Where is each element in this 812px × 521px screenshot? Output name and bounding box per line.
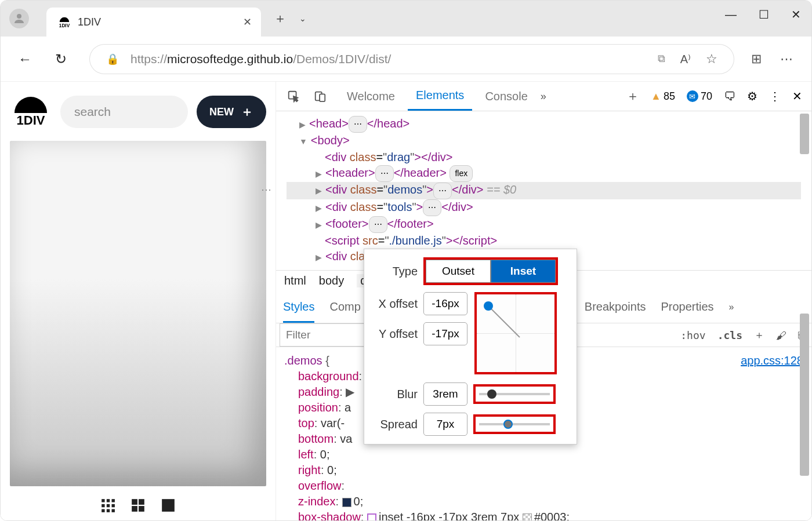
svg-line-19 — [491, 308, 520, 337]
cls-toggle[interactable]: .cls — [717, 329, 742, 341]
search-input[interactable]: search — [60, 96, 188, 128]
box-shadow-editor: Type Outset Inset X offset Y offset Blur… — [364, 249, 577, 445]
tab-favicon: 1DIV — [58, 16, 71, 28]
grid-small-icon[interactable] — [100, 498, 115, 513]
tab-console[interactable]: Console — [477, 83, 535, 110]
menu-icon[interactable]: ⋯ — [780, 52, 794, 67]
scrollbar[interactable] — [800, 314, 809, 476]
svg-rect-15 — [162, 499, 175, 512]
warnings-badge[interactable]: ▲85 — [651, 90, 675, 103]
read-aloud-icon[interactable]: A⁾ — [680, 52, 691, 66]
blur-input[interactable] — [423, 382, 467, 406]
spread-label: Spread — [374, 418, 418, 431]
svg-rect-4 — [112, 499, 115, 502]
svg-rect-12 — [139, 499, 144, 505]
breadcrumb-item[interactable]: body — [319, 274, 344, 287]
add-rule-icon[interactable]: ＋ — [754, 328, 764, 342]
close-devtools-icon[interactable]: ✕ — [792, 89, 802, 103]
svg-rect-11 — [132, 499, 137, 505]
svg-rect-10 — [112, 509, 115, 512]
more-tabs-icon[interactable]: » — [541, 90, 546, 103]
close-icon[interactable]: ✕ — [243, 16, 252, 28]
svg-rect-3 — [107, 499, 110, 502]
svg-rect-8 — [102, 509, 104, 512]
browser-tab[interactable]: 1DIV 1DIV ✕ — [46, 8, 261, 37]
svg-rect-5 — [102, 504, 104, 507]
browser-toolbar: ← ↻ 🔒 https://microsoftedge.github.io/De… — [1, 37, 811, 82]
profile-avatar[interactable] — [9, 9, 29, 28]
svg-rect-7 — [112, 504, 115, 507]
svg-rect-18 — [320, 94, 325, 101]
tab-welcome[interactable]: Welcome — [339, 83, 403, 110]
y-offset-label: Y offset — [374, 327, 418, 341]
back-icon[interactable]: ← — [18, 51, 32, 67]
tab-dropdown-icon[interactable]: ⌄ — [299, 14, 306, 23]
devtools-tabbar: Welcome Elements Console » ＋ ▲85 ✉70 🗨 ⚙… — [276, 82, 811, 111]
svg-rect-13 — [132, 506, 137, 512]
feedback-icon[interactable]: 🗨 — [724, 90, 735, 103]
open-external-icon[interactable]: ⧉ — [658, 53, 665, 65]
svg-text:1DIV: 1DIV — [59, 23, 70, 28]
kebab-icon[interactable]: ⋮ — [769, 89, 781, 103]
xy-offset-pad[interactable] — [474, 292, 557, 374]
source-link[interactable]: app.css:128 — [741, 353, 803, 369]
type-toggle: Outset Inset — [423, 257, 558, 285]
x-offset-input[interactable] — [423, 292, 467, 315]
more-tabs-icon[interactable]: » — [729, 302, 734, 312]
type-label: Type — [374, 265, 418, 278]
paint-icon[interactable]: 🖌 — [776, 329, 786, 341]
url-text: https://microsoftedge.github.io/Demos/1D… — [130, 52, 391, 66]
single-icon[interactable] — [161, 498, 176, 513]
blur-slider[interactable] — [473, 384, 556, 404]
svg-rect-9 — [107, 509, 110, 512]
blur-label: Blur — [374, 388, 418, 401]
address-bar[interactable]: 🔒 https://microsoftedge.github.io/Demos/… — [90, 45, 734, 74]
maximize-icon[interactable]: ☐ — [759, 8, 769, 21]
favorite-icon[interactable]: ☆ — [706, 52, 717, 67]
tab-title: 1DIV — [78, 16, 101, 28]
svg-point-0 — [17, 14, 21, 19]
add-tab-icon[interactable]: ＋ — [626, 88, 639, 105]
inset-button[interactable]: Inset — [491, 260, 556, 283]
refresh-icon[interactable]: ↻ — [55, 51, 67, 67]
close-window-icon[interactable]: ✕ — [791, 8, 801, 21]
collections-icon[interactable]: ⊞ — [751, 52, 762, 67]
svg-rect-14 — [139, 506, 144, 512]
tab-properties[interactable]: Properties — [661, 300, 713, 314]
minimize-icon[interactable]: — — [725, 8, 737, 21]
hov-toggle[interactable]: :hov — [680, 329, 705, 341]
tab-breakpoints[interactable]: Breakpoints — [585, 300, 646, 314]
scrollbar[interactable] — [800, 114, 809, 154]
demo-canvas — [10, 141, 266, 486]
info-badge[interactable]: ✉70 — [687, 90, 712, 103]
browser-titlebar: 1DIV 1DIV ✕ ＋ ⌄ — ☐ ✕ — [1, 1, 811, 37]
app-logo: 1DIV — [10, 91, 52, 133]
x-offset-label: X offset — [374, 297, 418, 311]
outset-button[interactable]: Outset — [426, 260, 491, 283]
page-content: 1DIV search NEW＋ — [1, 82, 276, 521]
gear-icon[interactable]: ⚙ — [747, 89, 757, 103]
device-icon[interactable] — [312, 88, 328, 104]
new-button[interactable]: NEW＋ — [197, 96, 266, 128]
tab-computed[interactable]: Comp — [329, 300, 360, 314]
dom-tree[interactable]: ▶<head>⋯</head> ▼<body> <div class="drag… — [276, 111, 811, 270]
tab-styles[interactable]: Styles — [283, 291, 314, 323]
lock-icon: 🔒 — [106, 53, 119, 65]
y-offset-input[interactable] — [423, 322, 467, 345]
inspect-icon[interactable] — [285, 88, 302, 104]
grid-large-icon[interactable] — [130, 498, 146, 513]
svg-rect-2 — [102, 499, 104, 502]
plus-icon: ＋ — [241, 103, 253, 121]
tab-elements[interactable]: Elements — [408, 82, 472, 111]
new-tab-button[interactable]: ＋ — [274, 10, 287, 27]
breadcrumb-item[interactable]: html — [284, 274, 306, 287]
svg-rect-6 — [107, 504, 110, 507]
spread-slider[interactable] — [473, 414, 556, 434]
spread-input[interactable] — [423, 413, 467, 436]
